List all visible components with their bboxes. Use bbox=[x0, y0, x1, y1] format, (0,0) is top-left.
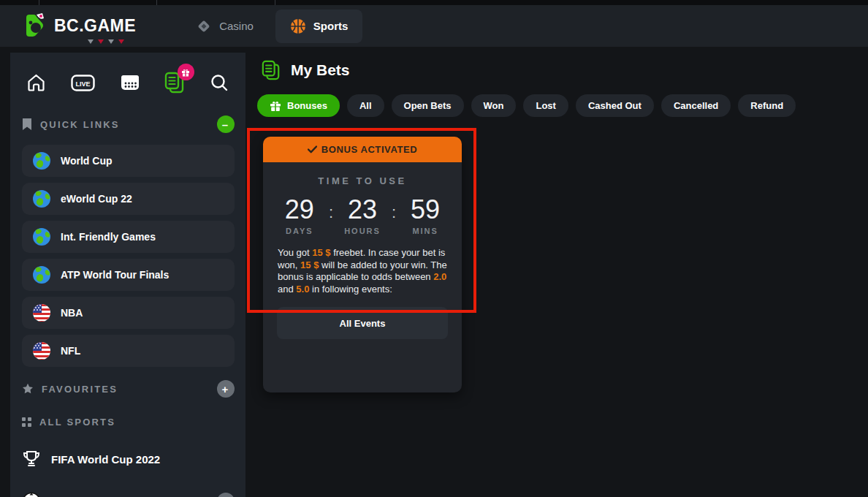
logo-text: BC.GAME bbox=[54, 16, 136, 36]
sidebar-item-fifa-world-cup[interactable]: FIFA World Cup 2022 bbox=[22, 449, 235, 468]
logo-bunting-decoration bbox=[88, 39, 124, 44]
quick-link-nfl[interactable]: NFL bbox=[22, 335, 235, 367]
globe-icon bbox=[32, 151, 51, 170]
svg-text:LIVE: LIVE bbox=[76, 80, 91, 87]
quick-link-label: ATP World Tour Finals bbox=[61, 269, 169, 281]
globe-icon bbox=[32, 189, 51, 208]
my-bets-title-icon bbox=[262, 60, 281, 80]
filter-label: All bbox=[359, 100, 372, 111]
timer-mins-value: 59 bbox=[411, 197, 440, 223]
collapse-quick-links-button[interactable]: – bbox=[217, 115, 235, 133]
add-favourite-button[interactable]: + bbox=[217, 380, 235, 398]
filter-cashed-out[interactable]: Cashed Out bbox=[576, 94, 654, 117]
bonus-card: BONUS ACTIVATED TIME TO USE 29 DAYS : 23… bbox=[263, 137, 462, 392]
bet-filters: Bonuses All Open Bets Won Lost Cashed Ou… bbox=[257, 94, 796, 117]
all-events-button[interactable]: All Events bbox=[277, 307, 448, 339]
bonus-activated-banner: BONUS ACTIVATED bbox=[263, 137, 462, 162]
tab-strip-divider bbox=[156, 0, 157, 5]
filter-bonuses[interactable]: Bonuses bbox=[257, 94, 340, 117]
soccer-ball-icon bbox=[22, 492, 41, 497]
filter-label: Lost bbox=[536, 100, 555, 111]
timer-mins: 59 MINS bbox=[400, 197, 450, 235]
us-flag-icon bbox=[32, 341, 51, 360]
favourites-header: FAVOURITES + bbox=[22, 380, 235, 398]
filter-all[interactable]: All bbox=[347, 94, 384, 117]
filter-lost[interactable]: Lost bbox=[523, 94, 568, 117]
bcgame-logo[interactable]: BC.GAME bbox=[20, 12, 136, 41]
check-icon bbox=[308, 145, 317, 153]
tab-strip-divider bbox=[39, 0, 39, 5]
page-title: My Bets bbox=[262, 60, 350, 80]
filter-open-bets[interactable]: Open Bets bbox=[392, 94, 464, 117]
basketball-icon bbox=[290, 18, 306, 34]
all-sports-label: ALL SPORTS bbox=[39, 417, 115, 428]
fifa-world-cup-label: FIFA World Cup 2022 bbox=[51, 453, 160, 466]
sidebar-item-soccer[interactable]: Soccer + bbox=[22, 492, 235, 497]
tab-sports[interactable]: Sports bbox=[275, 10, 363, 43]
home-icon[interactable] bbox=[26, 73, 46, 92]
quick-link-nba[interactable]: NBA bbox=[22, 297, 235, 329]
quick-link-label: eWorld Cup 22 bbox=[61, 193, 132, 205]
filter-won[interactable]: Won bbox=[471, 94, 517, 117]
page-title-text: My Bets bbox=[291, 61, 350, 79]
bonus-timer: 29 DAYS : 23 HOURS : 59 MINS bbox=[263, 197, 462, 235]
timer-mins-label: MINS bbox=[412, 227, 438, 235]
quick-link-world-cup[interactable]: World Cup bbox=[22, 145, 235, 177]
banner-text: BONUS ACTIVATED bbox=[321, 144, 418, 155]
schedule-icon[interactable] bbox=[121, 74, 140, 91]
quick-link-label: World Cup bbox=[61, 155, 113, 167]
casino-label: Casino bbox=[219, 20, 254, 32]
gift-badge bbox=[178, 64, 194, 80]
timer-hours-value: 23 bbox=[348, 197, 377, 223]
timer-separator: : bbox=[329, 203, 333, 222]
filter-cancelled[interactable]: Cancelled bbox=[661, 94, 731, 117]
live-icon[interactable]: LIVE bbox=[71, 75, 95, 91]
timer-days-value: 29 bbox=[285, 197, 314, 223]
bookmark-icon bbox=[22, 118, 32, 131]
sidebar: LIVE bbox=[10, 53, 245, 497]
quick-link-atp-finals[interactable]: ATP World Tour Finals bbox=[22, 259, 235, 291]
my-bets-icon[interactable] bbox=[164, 72, 185, 94]
timer-days: 29 DAYS bbox=[275, 197, 324, 235]
sidebar-icon-row: LIVE bbox=[22, 61, 235, 99]
favourites-label: FAVOURITES bbox=[42, 384, 118, 395]
bonus-description: You got 15 $ freebet. In case your bet i… bbox=[278, 247, 447, 295]
quick-links-list: World Cup eWorld Cup 22 Int. Friendly Ga… bbox=[22, 145, 235, 367]
timer-separator: : bbox=[392, 203, 396, 222]
quick-link-label: Int. Friendly Games bbox=[61, 231, 156, 243]
filter-label: Refund bbox=[750, 100, 783, 111]
quick-links-header: QUICK LINKS – bbox=[22, 115, 235, 133]
timer-days-label: DAYS bbox=[286, 227, 313, 235]
filter-label: Cashed Out bbox=[588, 100, 642, 111]
filter-label: Bonuses bbox=[287, 100, 327, 111]
quick-link-eworld-cup[interactable]: eWorld Cup 22 bbox=[22, 183, 235, 215]
gift-icon bbox=[270, 100, 281, 112]
grid-icon bbox=[22, 417, 31, 427]
timer-title: TIME TO USE bbox=[263, 175, 462, 186]
all-sports-header[interactable]: ALL SPORTS bbox=[22, 417, 235, 428]
filter-label: Open Bets bbox=[404, 100, 452, 111]
tab-casino[interactable]: Casino bbox=[181, 10, 268, 43]
tab-strip-divider bbox=[275, 0, 275, 5]
filter-label: Cancelled bbox=[674, 100, 718, 111]
quick-link-int-friendly[interactable]: Int. Friendly Games bbox=[22, 221, 235, 253]
star-icon bbox=[22, 383, 34, 395]
trophy-icon bbox=[22, 449, 41, 468]
quick-links-label: QUICK LINKS bbox=[40, 119, 120, 130]
timer-hours: 23 HOURS bbox=[338, 197, 387, 235]
globe-icon bbox=[32, 265, 51, 284]
globe-icon bbox=[32, 227, 51, 246]
expand-soccer-button[interactable]: + bbox=[217, 493, 235, 497]
quick-link-label: NFL bbox=[61, 345, 80, 357]
bcgame-logo-icon bbox=[20, 12, 50, 41]
us-flag-icon bbox=[32, 303, 51, 322]
casino-icon bbox=[196, 18, 212, 34]
timer-hours-label: HOURS bbox=[344, 227, 381, 235]
sports-label: Sports bbox=[313, 20, 349, 32]
filter-refund[interactable]: Refund bbox=[738, 94, 796, 117]
filter-label: Won bbox=[484, 100, 504, 111]
search-icon[interactable] bbox=[210, 73, 229, 92]
top-bar: BC.GAME Casino Sports bbox=[0, 5, 868, 47]
quick-link-label: NBA bbox=[61, 307, 83, 319]
cropped-tab-strip bbox=[0, 0, 868, 5]
